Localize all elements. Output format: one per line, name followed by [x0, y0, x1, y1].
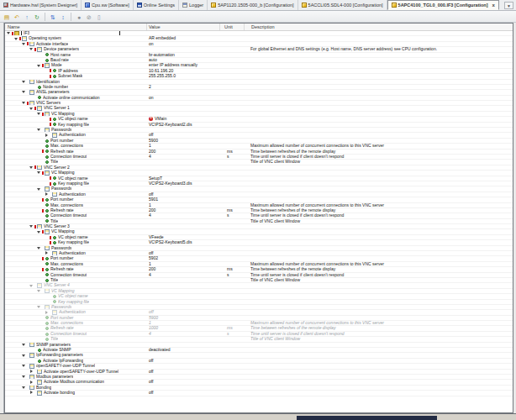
tab-logger[interactable]: Logger	[179, 0, 208, 10]
parameter-value-cell[interactable]: off	[147, 391, 220, 395]
chevron-down-icon[interactable]	[37, 289, 42, 293]
parameter-value-cell[interactable]: 1	[147, 144, 220, 148]
parameter-value-cell[interactable]: VC\PS2-Keyboard2.dis	[147, 123, 220, 127]
sort-descending-icon[interactable]: ⇅	[49, 12, 57, 21]
parameter-value-cell[interactable]	[147, 186, 220, 191]
parameter-value-cell[interactable]	[147, 101, 220, 105]
column-header-unit[interactable]: Unit	[220, 24, 245, 30]
parameter-value-cell[interactable]: 200	[147, 267, 220, 271]
move-up-icon[interactable]: ↑	[23, 12, 31, 21]
parameter-value-cell[interactable]	[147, 47, 220, 51]
close-tab-icon[interactable]: x	[492, 3, 495, 8]
chevron-down-icon[interactable]	[37, 171, 42, 175]
parameter-value-cell[interactable]	[147, 386, 220, 390]
parameter-value-cell[interactable]: off	[147, 310, 220, 314]
parameter-value-cell[interactable]: 1	[147, 262, 220, 266]
undo-icon[interactable]: ↶	[13, 12, 21, 21]
parameter-value-cell[interactable]: deactivated	[147, 348, 220, 352]
chevron-down-icon[interactable]	[37, 112, 42, 116]
chevron-down-icon[interactable]	[22, 80, 27, 84]
tab-overflow-button[interactable]: ▼	[504, 2, 513, 9]
parameter-value-cell[interactable]	[147, 219, 220, 223]
chevron-down-icon[interactable]	[22, 375, 27, 379]
parameter-value-cell[interactable]: 200	[147, 208, 220, 213]
parameter-value-cell[interactable]	[147, 300, 220, 304]
parameter-value-cell[interactable]: off	[147, 251, 220, 255]
parameter-value-cell[interactable]: off	[147, 370, 220, 374]
chevron-down-icon[interactable]	[37, 187, 42, 192]
tab-online-settings[interactable]: Online Settings	[134, 0, 179, 10]
parameter-value-cell[interactable]: on	[147, 96, 220, 100]
parameter-value-cell[interactable]: VC\PS2-Keyboard5.dis	[147, 240, 220, 244]
parameter-value-cell[interactable]	[147, 294, 220, 298]
parameter-value-cell[interactable]: 4	[147, 332, 220, 336]
parameter-value-cell[interactable]: 200	[147, 150, 220, 154]
export-config-icon[interactable]: ▤	[3, 12, 11, 21]
parameter-value-cell[interactable]: VC\PS2-Keyboard3.dis	[147, 181, 220, 186]
bottom-scrollbar-track[interactable]	[0, 413, 516, 420]
parameter-value-cell[interactable]: 2	[147, 85, 220, 89]
sort-ascending-icon[interactable]: ↕	[59, 12, 67, 21]
chevron-down-icon[interactable]	[37, 128, 42, 132]
parameter-value-cell[interactable]: AR embedded	[147, 36, 220, 40]
parameter-value-cell[interactable]: auto	[147, 58, 220, 62]
chevron-down-icon[interactable]	[14, 37, 19, 41]
parameter-value-cell[interactable]	[147, 353, 220, 357]
parameter-value-cell[interactable]: 1	[147, 203, 220, 207]
parameter-value-cell[interactable]: off	[147, 133, 220, 137]
parameter-value-cell[interactable]: 1	[147, 321, 220, 325]
parameter-value-cell[interactable]: enter IP address manually	[147, 63, 220, 67]
tab-5accli05-sdl4-000-configuration[interactable]: 5ACCLI05.SDL4-000 [Configuration]	[298, 0, 387, 10]
chevron-down-icon[interactable]	[29, 107, 34, 111]
chevron-right-icon[interactable]	[45, 311, 50, 315]
parameter-value-cell[interactable]: 5901	[147, 197, 220, 202]
chevron-down-icon[interactable]	[22, 354, 27, 358]
chevron-down-icon[interactable]	[29, 165, 34, 170]
parameter-value-cell[interactable]: 5900	[147, 316, 220, 320]
chevron-down-icon[interactable]	[22, 386, 27, 390]
parameter-value-cell[interactable]	[147, 364, 220, 368]
parameter-value-cell[interactable]: 5902	[147, 256, 220, 260]
chevron-down-icon[interactable]	[22, 101, 27, 105]
chevron-right-icon[interactable]	[45, 192, 50, 197]
chevron-down-icon[interactable]	[22, 90, 27, 94]
column-header-name[interactable]: Name	[5, 24, 147, 30]
chevron-down-icon[interactable]	[22, 42, 27, 46]
column-header-value[interactable]: Value	[147, 24, 220, 30]
record-icon[interactable]: ●	[75, 12, 83, 21]
parameter-value-cell[interactable]: br-automation	[147, 53, 220, 57]
chevron-right-icon[interactable]	[45, 134, 50, 138]
parameter-value-cell[interactable]	[147, 165, 220, 170]
column-header-description[interactable]: Description	[245, 24, 513, 30]
parameter-value-cell[interactable]	[147, 375, 220, 379]
parameter-value-cell[interactable]: 5900	[147, 139, 220, 143]
column-options-icon[interactable]: ▯	[95, 12, 103, 21]
parameter-value-cell[interactable]	[147, 224, 220, 228]
tab-5apc4100-tgl0-000-if3-configuration[interactable]: 5APC4100_TGL0_000.IF3 [Configuration]x	[387, 0, 499, 10]
parameter-value-cell[interactable]: VFeede	[147, 235, 220, 239]
chevron-right-icon[interactable]	[29, 381, 34, 385]
tab-cpu-sw-software[interactable]: Cpu.sw [Software]	[82, 0, 134, 10]
chevron-down-icon[interactable]	[7, 31, 12, 35]
chevron-down-icon[interactable]	[37, 246, 42, 250]
chevron-down-icon[interactable]	[37, 64, 42, 68]
chevron-right-icon[interactable]	[29, 391, 34, 395]
parameter-value-cell[interactable]: on	[147, 42, 220, 46]
tab-5ap1120-1505-000-b-configuration[interactable]: 5AP1120.1505-000_b [Configuration]	[208, 0, 297, 10]
parameter-value-cell[interactable]: 4	[147, 155, 220, 159]
parameter-value-cell[interactable]	[147, 90, 220, 94]
parameter-value-cell[interactable]	[147, 128, 220, 132]
parameter-value-cell[interactable]	[147, 31, 220, 35]
parameter-value-cell[interactable]: ×VMain	[147, 117, 220, 121]
parameter-value-cell[interactable]: 4	[147, 213, 220, 218]
table-row[interactable]: Activate bondingoff	[5, 391, 513, 396]
parameter-value-cell[interactable]	[147, 283, 220, 287]
parameter-value-cell[interactable]: 4	[147, 273, 220, 277]
parameter-value-cell[interactable]	[147, 289, 220, 293]
parameter-value-cell[interactable]: SetupT	[147, 176, 220, 181]
parameter-value-cell[interactable]	[147, 343, 220, 347]
parameter-value-cell[interactable]	[147, 229, 220, 234]
parameter-value-cell[interactable]	[147, 171, 220, 175]
parameter-value-cell[interactable]	[147, 246, 220, 250]
chevron-down-icon[interactable]	[22, 364, 27, 368]
